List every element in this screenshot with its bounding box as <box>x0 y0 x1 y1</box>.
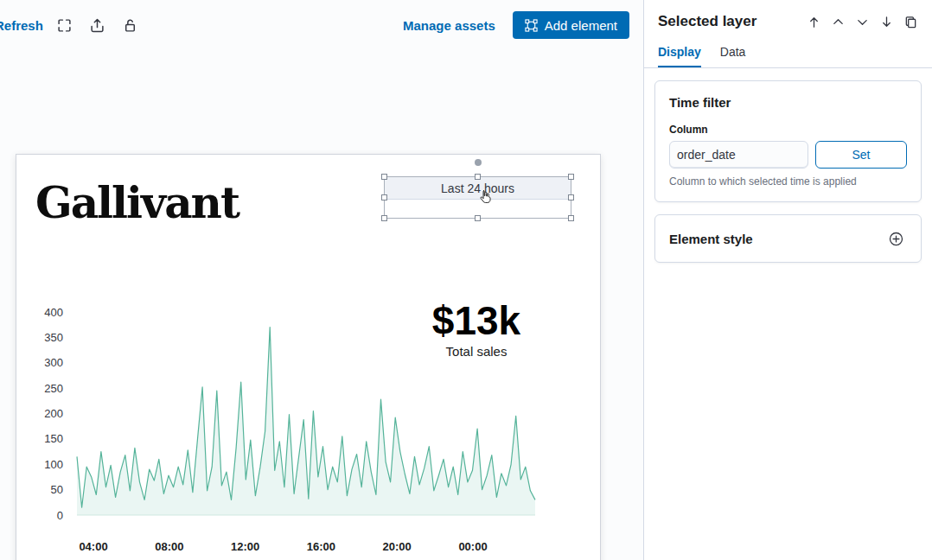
move-to-top-button[interactable] <box>804 12 823 31</box>
svg-text:50: 50 <box>51 483 63 496</box>
rotation-handle[interactable] <box>475 159 482 166</box>
svg-text:100: 100 <box>44 458 63 471</box>
selection-handle[interactable] <box>381 174 387 180</box>
fullscreen-button[interactable] <box>54 14 76 36</box>
svg-text:250: 250 <box>44 382 63 395</box>
manage-assets-button[interactable]: Manage assets <box>403 18 495 33</box>
svg-text:04:00: 04:00 <box>79 540 107 553</box>
set-button[interactable]: Set <box>815 141 907 169</box>
svg-text:16:00: 16:00 <box>307 540 335 553</box>
tab-data[interactable]: Data <box>720 45 746 67</box>
selected-element-time-filter[interactable]: Last 24 hours <box>384 176 571 219</box>
move-up-button[interactable] <box>828 12 847 31</box>
selection-handle[interactable] <box>381 194 387 200</box>
unlock-icon <box>123 18 137 33</box>
column-help-text: Column to which selected time is applied <box>669 175 907 188</box>
element-style-add-button[interactable] <box>884 227 907 250</box>
move-to-top-icon <box>808 16 820 29</box>
panel-tabs: Display Data <box>644 45 932 68</box>
svg-text:0: 0 <box>57 509 63 522</box>
selection-handle[interactable] <box>568 194 574 200</box>
export-button[interactable] <box>86 14 109 36</box>
time-filter-card: Time filter Column Set Column to which s… <box>654 80 922 202</box>
canvas-stage: Refresh Manage assets <box>0 0 643 560</box>
panel-title: Selected layer <box>658 13 756 30</box>
time-filter-title: Time filter <box>669 95 907 110</box>
svg-text:300: 300 <box>44 356 63 369</box>
metric-value: $13k <box>373 300 580 341</box>
clone-layer-button[interactable] <box>901 12 920 31</box>
svg-text:00:00: 00:00 <box>458 540 487 553</box>
svg-text:08:00: 08:00 <box>155 540 183 553</box>
move-to-bottom-icon <box>880 16 893 29</box>
selection-handle[interactable] <box>568 174 574 180</box>
element-style-title: Element style <box>669 232 753 246</box>
cursor-hand-icon <box>478 189 493 207</box>
svg-text:400: 400 <box>44 306 63 319</box>
move-to-bottom-button[interactable] <box>877 12 896 31</box>
svg-text:350: 350 <box>44 331 63 344</box>
column-input[interactable] <box>669 141 808 169</box>
selection-handle[interactable] <box>381 215 387 221</box>
toolbar: Refresh Manage assets <box>0 0 643 50</box>
selection-handle[interactable] <box>568 215 574 221</box>
fullscreen-icon <box>57 18 72 33</box>
move-down-button[interactable] <box>852 12 871 31</box>
svg-text:12:00: 12:00 <box>231 540 259 553</box>
move-down-icon <box>856 16 869 29</box>
selection-handle[interactable] <box>475 215 481 221</box>
svg-text:200: 200 <box>44 407 63 420</box>
export-icon <box>90 18 105 33</box>
unlock-button[interactable] <box>119 14 142 36</box>
svg-text:150: 150 <box>44 432 63 445</box>
workpad[interactable]: Gallivant Last 24 hours $13k Total sales <box>16 154 601 560</box>
tab-display[interactable]: Display <box>658 45 701 67</box>
add-element-button[interactable]: Add element <box>513 11 629 39</box>
element-style-card: Element style <box>654 214 922 263</box>
column-label: Column <box>669 124 907 136</box>
add-element-icon <box>525 19 538 32</box>
clone-layer-icon <box>904 16 917 29</box>
selected-layer-panel: Selected layer Display Data Time filter … <box>643 0 932 560</box>
metric-label: Total sales <box>373 344 580 359</box>
refresh-button[interactable]: Refresh <box>0 18 43 33</box>
total-sales-metric[interactable]: $13k Total sales <box>373 300 580 359</box>
gallivant-logo[interactable]: Gallivant <box>35 177 239 228</box>
add-element-label: Add element <box>545 18 617 33</box>
svg-text:20:00: 20:00 <box>383 540 412 553</box>
layer-order-controls <box>804 12 920 31</box>
selection-handle[interactable] <box>475 174 481 180</box>
plus-circle-icon <box>889 232 903 246</box>
move-up-icon <box>832 16 845 29</box>
